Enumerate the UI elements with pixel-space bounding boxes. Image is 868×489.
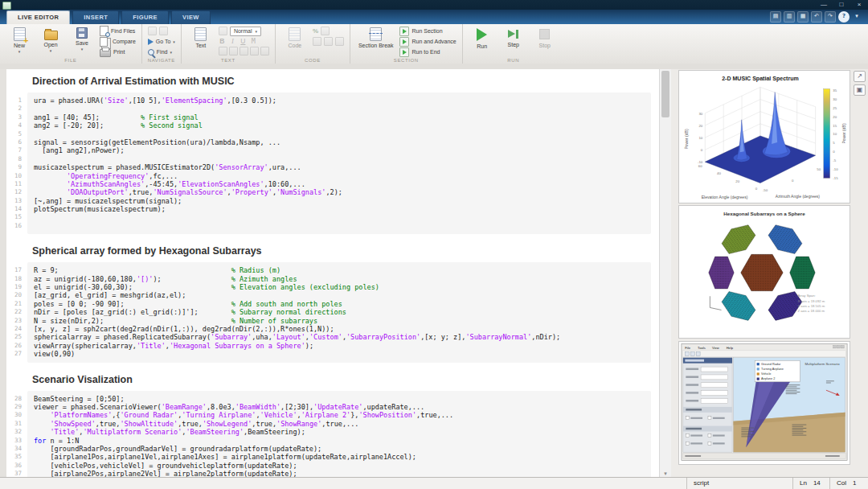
section-heading[interactable]: Spherical array formed by Hexagonal Suba… (32, 245, 659, 257)
section-heading[interactable]: Direction of Arrival Estimation with MUS… (32, 76, 659, 87)
step-button[interactable]: Step (500, 27, 527, 48)
refactor-icon[interactable] (321, 27, 330, 35)
code-line[interactable]: view(0,90) (34, 350, 645, 358)
goto-button[interactable]: Go To▾ (148, 37, 175, 46)
section-heading[interactable]: Scenario Visalization (32, 374, 659, 385)
code-line[interactable]: signal = sensorsig(getElementPosition(ur… (34, 138, 645, 146)
code-line[interactable] (34, 105, 645, 113)
quick-copy-icon[interactable] (784, 11, 795, 23)
code-line[interactable] (34, 155, 645, 163)
quick-redo-icon[interactable] (825, 11, 836, 23)
maximize-button[interactable]: □ (833, 0, 850, 10)
code-line[interactable]: [ang1 ang2],nPower); (34, 146, 645, 154)
code-line[interactable] (34, 213, 645, 221)
code-line[interactable]: viewer = phased.ScenarioViewer('BeamRang… (34, 403, 645, 411)
code-line[interactable]: az = unigrid(-180,60,180,'[)'); % Azimut… (34, 275, 645, 283)
code-line[interactable]: for n = 1:N (34, 437, 645, 445)
code-line[interactable]: plotSpectrum(musicazelspectrum); (34, 205, 645, 213)
compare-button[interactable]: Compare (100, 37, 136, 46)
code-line[interactable] (34, 222, 645, 230)
tab-insert[interactable]: INSERT (72, 10, 119, 24)
code-line[interactable]: 'ShowSpeed',true,'ShowAltitude',true,'Sh… (34, 420, 645, 428)
numbered-list-icon[interactable] (229, 47, 238, 55)
code-block[interactable]: BeamSteering = [0;50];viewer = phased.Sc… (27, 391, 651, 478)
live-editor-document[interactable]: Direction of Arrival Estimation with MUS… (6, 69, 659, 478)
quick-undo-icon[interactable] (811, 11, 822, 23)
svg-text:Hexagonal Subarrays on a Spher: Hexagonal Subarrays on a Sphere (723, 211, 805, 216)
code-line[interactable]: [az_grid, el_grid] = meshgrid(az,el); (34, 291, 645, 299)
code-line[interactable]: N = size(nDir,2); % Number of subarrays (34, 317, 645, 325)
code-line[interactable] (34, 130, 645, 138)
run-to-end-button[interactable]: Run to End (399, 47, 456, 56)
code-line[interactable]: ang1 = [40; 45]; % First signal (34, 113, 645, 121)
new-button[interactable]: New▾ (6, 27, 33, 54)
bulleted-list-icon[interactable] (219, 47, 227, 55)
italic-button[interactable]: I (229, 37, 236, 45)
code-line[interactable]: [airplane1Pos,airplane1Vel,airplane1Axes… (34, 453, 645, 461)
print-button[interactable]: Print (100, 47, 136, 56)
quick-save-icon[interactable] (770, 11, 781, 23)
code-line[interactable]: musicazelspectrum = phased.MUSICEstimato… (34, 163, 645, 171)
tab-view[interactable]: VIEW (171, 10, 211, 24)
tab-figure[interactable]: FIGURE (121, 10, 169, 24)
code-block[interactable]: ura = phased.URA('Size',[10 5],'ElementS… (27, 92, 651, 234)
quick-access-caret-icon[interactable] (852, 12, 862, 22)
indent-increase-icon[interactable] (250, 47, 259, 55)
indent-code-icon[interactable] (324, 37, 333, 46)
code-line[interactable]: viewArray(sphericalarray,'Title','Hexago… (34, 342, 645, 350)
code-line[interactable]: [groundRadarPos,groundRadarVel] = ground… (34, 445, 645, 453)
editor-scrollbar[interactable]: ▾ (659, 69, 671, 478)
quick-paste-icon[interactable] (797, 11, 809, 23)
code-line[interactable]: el = unigrid(-30,60,30); % Elevation ang… (34, 283, 645, 291)
indent-decrease-icon[interactable] (240, 47, 248, 55)
underline-button[interactable]: U (240, 37, 247, 45)
run-and-advance-button[interactable]: Run and Advance (399, 37, 456, 46)
alignment-icon[interactable] (260, 47, 269, 55)
line-number-gutter: 282930313233343536373839 (6, 391, 27, 478)
help-icon[interactable] (838, 11, 850, 23)
code-line[interactable]: BeamSteering = [0;50]; (34, 395, 645, 403)
code-line[interactable]: sphericalarray = phased.ReplicatedSubarr… (34, 333, 645, 341)
code-line[interactable]: [vehiclePos,vehicleVel] = groundvehiclep… (34, 462, 645, 470)
scrollbar-thumb[interactable] (661, 71, 669, 117)
open-button[interactable]: Open▾ (37, 27, 64, 53)
text-button[interactable]: Text (187, 27, 215, 49)
minimize-button[interactable]: — (815, 0, 833, 10)
code-line[interactable]: 'DOAOutputPort',true,'NumSignalsSource',… (34, 188, 645, 196)
code-line[interactable]: nDir = [poles [az_grid(:) el_grid(:)]'];… (34, 308, 645, 316)
code-button[interactable]: Code (281, 27, 309, 49)
text-style-dropdown[interactable]: Normal▾ (219, 27, 269, 35)
section-break-button[interactable]: Section Break (356, 27, 396, 49)
monospace-button[interactable]: M (250, 37, 257, 45)
save-button[interactable]: Save▾ (68, 27, 96, 51)
close-button[interactable]: × (850, 0, 868, 10)
code-line[interactable]: 'Title','Multiplatform Scenario','BeamSt… (34, 428, 645, 436)
comment-percent-icon[interactable]: % (313, 27, 318, 35)
output-figure-scenario-viewer[interactable]: FileToolsViewHelp Ground RadarTurning A (678, 341, 850, 465)
code-line[interactable]: 'AzimuthScanAngles',-45:45,'ElevationSca… (34, 180, 645, 188)
code-line[interactable]: [~,ang] = musicazelspectrum(signal); (34, 197, 645, 205)
find-files-button[interactable]: Find Files (100, 27, 136, 35)
code-block[interactable]: R = 9; % Radius (m)az = unigrid(-180,60,… (27, 262, 651, 362)
wrap-code-icon[interactable] (335, 37, 344, 46)
figure-options-icon[interactable]: ▣ (854, 84, 866, 96)
stop-button[interactable]: Stop (531, 27, 559, 49)
find-button[interactable]: Find▾ (148, 47, 175, 56)
chevron-down-icon: ▾ (255, 30, 257, 33)
tab-live-editor[interactable]: LIVE EDITOR (6, 10, 70, 24)
scrollbar-down-arrow-icon[interactable]: ▾ (660, 471, 671, 477)
code-line[interactable]: poles = [0 0; -90 90]; % Add south and n… (34, 300, 645, 308)
code-line[interactable]: 'OperatingFrequency',fc,... (34, 172, 645, 180)
open-figure-icon[interactable]: ↗ (854, 71, 866, 82)
run-button[interactable]: Run (469, 27, 496, 50)
output-figure-hexagonal-subarrays[interactable]: Hexagonal Subarrays on a Sphere Array Sp… (678, 205, 850, 339)
code-line[interactable]: [x, y, z] = sph2cart(deg2rad(nDir(1,:)),… (34, 325, 645, 333)
run-section-button[interactable]: Run Section (399, 27, 456, 35)
code-line[interactable]: ang2 = [-20; 20]; % Second signal (34, 121, 645, 129)
code-line[interactable]: ura = phased.URA('Size',[10 5],'ElementS… (34, 97, 645, 105)
code-line[interactable]: R = 9; % Radius (m) (34, 266, 645, 274)
bold-button[interactable]: B (219, 37, 226, 45)
group-code-icon[interactable] (313, 37, 321, 46)
output-figure-music-spectrum[interactable]: 2-D MUSIC Spatial Spectrum Power (dB) (678, 70, 850, 203)
code-line[interactable]: 'PlatformNames',{'Ground Radar','Turning… (34, 411, 645, 419)
